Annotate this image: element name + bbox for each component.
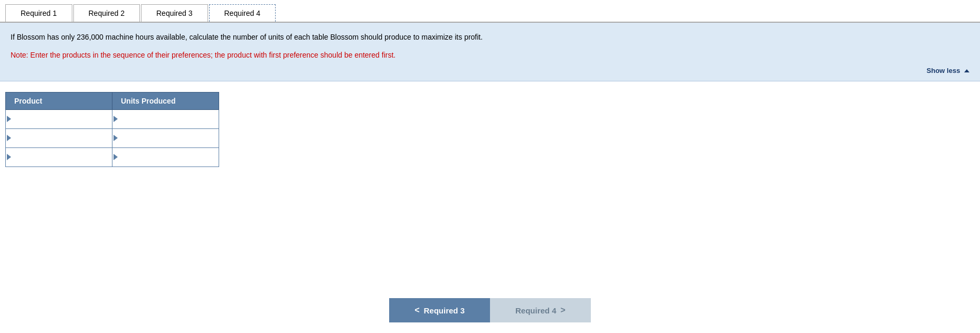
tab-required-4[interactable]: Required 4 bbox=[209, 4, 276, 22]
table-row bbox=[6, 109, 219, 128]
cell-arrow-icon-3 bbox=[7, 154, 11, 160]
info-note-text: Note: Enter the products in the sequence… bbox=[11, 49, 969, 61]
units-cell-2 bbox=[112, 128, 219, 147]
tabs-container: Required 1 Required 2 Required 3 Require… bbox=[0, 0, 980, 23]
units-input-2[interactable] bbox=[120, 129, 219, 147]
units-arrow-icon-1 bbox=[114, 116, 118, 122]
units-cell-3 bbox=[112, 147, 219, 166]
show-less-button[interactable]: Show less bbox=[11, 67, 969, 75]
next-button[interactable]: Required 4 > bbox=[490, 298, 591, 322]
info-main-text: If Blossom has only 236,000 machine hour… bbox=[11, 31, 969, 43]
product-input-2[interactable] bbox=[13, 129, 112, 147]
table-header-row: Product Units Produced bbox=[6, 92, 219, 109]
col-header-product: Product bbox=[6, 92, 112, 109]
units-input-3[interactable] bbox=[120, 148, 219, 166]
units-arrow-icon-2 bbox=[114, 135, 118, 141]
table-container: Product Units Produced bbox=[0, 81, 980, 178]
info-box: If Blossom has only 236,000 machine hour… bbox=[0, 23, 980, 81]
prev-arrow-icon: < bbox=[414, 306, 419, 315]
page-container: Required 1 Required 2 Required 3 Require… bbox=[0, 0, 980, 333]
next-button-label: Required 4 bbox=[515, 306, 557, 315]
units-cell-1 bbox=[112, 109, 219, 128]
cell-arrow-icon-1 bbox=[7, 116, 11, 122]
table-row bbox=[6, 147, 219, 166]
units-arrow-icon-3 bbox=[114, 154, 118, 160]
tab-required-1[interactable]: Required 1 bbox=[5, 4, 72, 22]
prev-button[interactable]: < Required 3 bbox=[389, 298, 490, 322]
product-input-3[interactable] bbox=[13, 148, 112, 166]
product-cell-1 bbox=[6, 109, 112, 128]
tab-required-2[interactable]: Required 2 bbox=[73, 4, 140, 22]
show-less-label: Show less bbox=[927, 67, 960, 75]
nav-buttons: < Required 3 Required 4 > bbox=[0, 288, 980, 333]
product-cell-2 bbox=[6, 128, 112, 147]
col-header-units: Units Produced bbox=[112, 92, 219, 109]
next-arrow-icon: > bbox=[561, 306, 566, 315]
cell-arrow-icon-2 bbox=[7, 135, 11, 141]
prev-button-label: Required 3 bbox=[423, 306, 465, 315]
table-row bbox=[6, 128, 219, 147]
product-input-1[interactable] bbox=[13, 110, 112, 128]
tab-required-3[interactable]: Required 3 bbox=[141, 4, 208, 22]
data-table: Product Units Produced bbox=[5, 92, 219, 167]
show-less-arrow-icon bbox=[964, 69, 969, 72]
product-cell-3 bbox=[6, 147, 112, 166]
units-input-1[interactable] bbox=[120, 110, 219, 128]
